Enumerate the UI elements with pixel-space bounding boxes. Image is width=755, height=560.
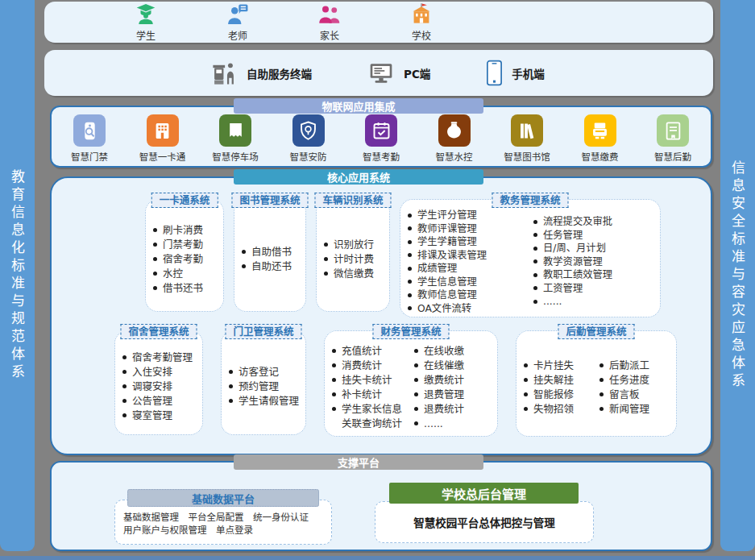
support-section-badge: 支撑平台 bbox=[234, 454, 483, 470]
bullet-item: 充值统计 bbox=[331, 344, 412, 359]
sub-box-body: 卡片挂失挂失解挂智能报修失物招领后勤派工任务进度留言板新闻管理 bbox=[516, 331, 676, 436]
bullet-column: 在线收缴在线催缴缴费统计退费管理退费统计...... bbox=[413, 344, 494, 431]
bullet-item: 卡片挂失 bbox=[523, 359, 597, 373]
dorm-system-box: 宿舍管理系统宿舍考勤管理入住安排调寝安排公告管理寝室管理 bbox=[114, 330, 203, 435]
bullet-item: 水控 bbox=[152, 267, 220, 281]
vehicle-system-box: 车辆识别系统识别放行计时计费微信缴费 bbox=[316, 199, 390, 312]
parents-icon bbox=[317, 2, 342, 27]
iot-item-onecard: 智慧一卡通 bbox=[139, 114, 186, 163]
bullet-item: 在线收缴 bbox=[413, 344, 494, 359]
user-item-school: 学校 bbox=[396, 2, 446, 42]
bullet-item: 微信缴费 bbox=[323, 267, 386, 281]
bullet-column: 后勤派工任务进度留言板新闻管理 bbox=[599, 359, 673, 417]
iot-label: 智慧水控 bbox=[436, 150, 473, 163]
left-standards-label: 教育信息化标准与规范体系 bbox=[7, 169, 27, 382]
library-system-box: 图书管理系统自助借书自助还书 bbox=[234, 199, 306, 312]
base-platform-line: 基础数据管理 平台全局配置 统一身份认证 bbox=[123, 511, 331, 524]
library-icon bbox=[511, 114, 543, 147]
bullet-item: 缴费统计 bbox=[413, 373, 494, 388]
bullet-item: 学生请假管理 bbox=[228, 394, 302, 409]
core-section-badge: 核心应用系统 bbox=[234, 169, 483, 185]
bullet-item: 学生评分管理 bbox=[407, 209, 531, 222]
bullet-item: 识别放行 bbox=[323, 238, 386, 252]
bullet-item: 学生信息管理 bbox=[407, 276, 531, 289]
bullet-column: 充值统计消费统计挂失卡统计补卡统计学生家长信息关联查询统计 bbox=[331, 344, 412, 431]
bullet-column: 流程提交及审批任务管理日/周、月计划教学资源管理教职工绩效管理工资管理.....… bbox=[533, 215, 657, 309]
bullet-column: 自助借书自助还书 bbox=[241, 245, 302, 274]
bullet-item: 门禁考勤 bbox=[152, 238, 220, 252]
iot-label: 智慧后勤 bbox=[654, 150, 691, 163]
iot-item-logistics: 智慧后勤 bbox=[649, 114, 696, 163]
iot-item-payment: 智慧缴费 bbox=[577, 114, 624, 163]
terminal-item-kiosk: 自助服务终端 bbox=[209, 60, 312, 87]
logistics-icon bbox=[657, 114, 689, 147]
terminal-label: PC端 bbox=[404, 65, 430, 81]
sub-box-body: 学生评分管理教师评课管理学生学籍管理排课及课表管理成绩管理学生信息管理教师信息管… bbox=[400, 200, 660, 317]
base-platform-line: 用户账户与权限管理 单点登录 bbox=[123, 524, 331, 537]
bullet-item: 学生学籍管理 bbox=[407, 235, 531, 249]
bullet-item: ...... bbox=[413, 417, 494, 431]
terminals-panel: 自助服务终端PC端手机端 bbox=[44, 50, 713, 96]
bullet-item: 计时计费 bbox=[323, 252, 386, 267]
iot-item-security: 智慧安防 bbox=[285, 114, 332, 163]
support-panel: 基础数据平台 基础数据管理 平台全局配置 统一身份认证 用户账户与权限管理 单点… bbox=[50, 461, 712, 551]
phone-icon bbox=[485, 60, 504, 86]
onecard-icon bbox=[147, 114, 179, 147]
bullet-column: 卡片挂失挂失解挂智能报修失物招领 bbox=[523, 359, 597, 417]
parking-icon bbox=[219, 114, 251, 147]
bullet-item: 任务管理 bbox=[533, 229, 657, 243]
user-item-teacher: 老师 bbox=[213, 2, 263, 42]
right-security-bar: 信息安全标准与容灾应急体系 bbox=[720, 0, 755, 551]
bullet-item: 自助借书 bbox=[241, 245, 302, 259]
bullet-item: 消费统计 bbox=[331, 359, 412, 373]
iot-item-water: 智慧水控 bbox=[431, 114, 478, 163]
sub-box-body: 访客登记预约管理学生请假管理 bbox=[222, 331, 305, 434]
core-row-2: 宿舍管理系统宿舍考勤管理入住安排调寝安排公告管理寝室管理门卫管理系统访客登记预约… bbox=[114, 330, 677, 437]
school-backend-desc: 智慧校园平台总体把控与管理 bbox=[413, 514, 555, 530]
pc-icon bbox=[367, 60, 396, 86]
bullet-column: 宿舍考勤管理入住安排调寝安排公告管理寝室管理 bbox=[122, 351, 199, 423]
bullet-item: 在线催缴 bbox=[413, 359, 494, 373]
payment-icon bbox=[584, 114, 616, 147]
bullet-item: 教职工绩效管理 bbox=[533, 268, 657, 282]
iot-item-parking: 智慧停车场 bbox=[212, 114, 259, 163]
terminal-item-phone: 手机端 bbox=[485, 60, 545, 86]
bullet-item: 教学资源管理 bbox=[533, 255, 657, 269]
base-data-platform-badge: 基础数据平台 bbox=[127, 489, 319, 507]
bullet-item: 日/周、月计划 bbox=[533, 242, 657, 255]
user-label: 家长 bbox=[320, 28, 339, 42]
terminal-label: 自助服务终端 bbox=[247, 65, 312, 81]
bullet-column: 刷卡消费门禁考勤宿舍考勤水控借书还书 bbox=[152, 223, 220, 296]
bullet-column: 学生评分管理教师评课管理学生学籍管理排课及课表管理成绩管理学生信息管理教师信息管… bbox=[407, 209, 531, 315]
bullet-item: 宿舍考勤 bbox=[152, 252, 220, 267]
school-icon bbox=[409, 2, 434, 27]
bullet-item: 调寝安排 bbox=[122, 380, 199, 394]
bullet-item: 借书还书 bbox=[152, 281, 220, 296]
iot-item-library: 智慧图书馆 bbox=[504, 114, 550, 163]
iot-item-door-access: 智慧门禁 bbox=[66, 114, 113, 163]
sub-box-body: 自助借书自助还书 bbox=[234, 200, 305, 311]
sub-box-title: 图书管理系统 bbox=[231, 193, 308, 208]
water-icon bbox=[438, 114, 471, 147]
logistics-system-box: 后勤管理系统卡片挂失挂失解挂智能报修失物招领后勤派工任务进度留言板新闻管理 bbox=[516, 330, 677, 437]
sub-box-title: 后勤管理系统 bbox=[558, 324, 634, 339]
sub-box-title: 车辆识别系统 bbox=[314, 193, 391, 208]
terminals-row: 自助服务终端PC端手机端 bbox=[44, 50, 713, 96]
bullet-item: 工资管理 bbox=[533, 282, 657, 296]
user-item-student: 学生 bbox=[121, 2, 171, 42]
bullet-item: 教师信息管理 bbox=[407, 288, 531, 302]
sub-box-title: 一卡通系统 bbox=[151, 193, 218, 208]
core-row-1: 一卡通系统刷卡消费门禁考勤宿舍考勤水控借书还书图书管理系统自助借书自助还书车辆识… bbox=[145, 199, 661, 317]
right-security-label: 信息安全标准与容灾应急体系 bbox=[728, 160, 748, 391]
iot-label: 智慧图书馆 bbox=[504, 150, 550, 163]
iot-label: 智慧一卡通 bbox=[139, 150, 186, 163]
terminal-item-pc: PC端 bbox=[367, 60, 430, 86]
bullet-item: 退费管理 bbox=[413, 388, 494, 402]
core-systems-panel: 一卡通系统刷卡消费门禁考勤宿舍考勤水控借书还书图书管理系统自助借书自助还书车辆识… bbox=[50, 176, 712, 455]
sub-box-title: 宿舍管理系统 bbox=[120, 324, 197, 339]
bullet-item: 挂失解挂 bbox=[523, 373, 597, 388]
student-icon bbox=[134, 2, 158, 27]
bullet-item: 退费统计 bbox=[413, 402, 494, 417]
terminal-label: 手机端 bbox=[512, 65, 545, 81]
attendance-icon bbox=[365, 114, 397, 147]
